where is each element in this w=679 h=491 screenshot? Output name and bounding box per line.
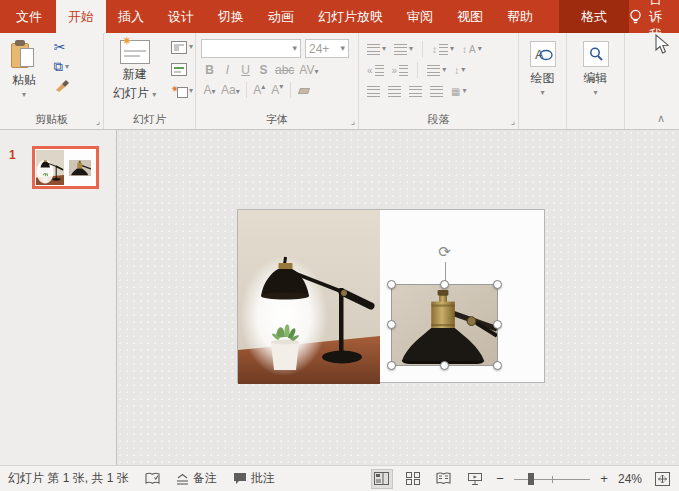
lamp-head-image xyxy=(392,285,497,365)
bullets-icon xyxy=(367,44,380,55)
tab-review[interactable]: 审阅 xyxy=(395,0,445,33)
selection-handle-top-right[interactable] xyxy=(493,280,502,289)
character-spacing-button[interactable]: AV▾ xyxy=(297,62,320,78)
slide-sorter-view-button[interactable] xyxy=(402,469,424,489)
align-right-button[interactable] xyxy=(407,81,424,101)
italic-button[interactable]: I xyxy=(219,62,236,78)
zoom-level[interactable]: 24% xyxy=(618,472,642,486)
desk-lamp-photo[interactable] xyxy=(238,210,380,384)
selection-handle-middle-right[interactable] xyxy=(493,320,502,329)
justify-button[interactable] xyxy=(428,81,445,101)
copy-icon: ⧉ xyxy=(54,59,63,75)
text-direction-button[interactable]: ↕A▾ xyxy=(460,39,484,59)
justify-icon xyxy=(430,86,443,97)
selection-handle-bottom-right[interactable] xyxy=(493,361,502,370)
paragraph-dialog-launcher[interactable]: ⌟ xyxy=(511,117,515,126)
strikethrough-button[interactable]: abc xyxy=(273,62,296,78)
selection-handle-top-middle[interactable] xyxy=(440,280,449,289)
slide-thumbnail-panel: 1 xyxy=(0,130,117,465)
notes-button[interactable]: 备注 xyxy=(176,470,217,487)
format-painter-brush-icon xyxy=(54,79,69,95)
drawing-button[interactable]: A 绘图 ▾ xyxy=(530,37,556,99)
increase-indent-button[interactable]: » xyxy=(390,60,411,80)
tab-help[interactable]: 帮助 xyxy=(495,0,545,33)
tab-picture-format[interactable]: 格式 xyxy=(559,0,629,33)
selected-picture[interactable]: ⟳ xyxy=(391,284,498,366)
paste-dropdown-caret[interactable]: ▾ xyxy=(22,91,26,99)
decrease-indent-icon xyxy=(375,65,384,76)
copy-button[interactable]: ⧉▾ xyxy=(52,57,71,77)
change-case-button[interactable]: Aa▾ xyxy=(219,82,242,98)
lightbulb-icon xyxy=(629,9,642,25)
font-size-caret[interactable]: ▾ xyxy=(340,44,345,53)
new-slide-button[interactable]: ✷ 新建 幻灯片 ▾ xyxy=(108,37,161,105)
bullets-button[interactable]: ▾ xyxy=(365,39,388,59)
tab-home[interactable]: 开始 xyxy=(56,0,106,33)
tab-view[interactable]: 视图 xyxy=(445,0,495,33)
font-dialog-launcher[interactable]: ⌟ xyxy=(351,117,355,126)
format-painter-button[interactable] xyxy=(52,77,71,97)
zoom-slider[interactable] xyxy=(514,472,590,486)
spellcheck-book-icon xyxy=(145,472,160,485)
line-spacing-button[interactable]: ↕▾ xyxy=(430,39,456,59)
eraser-icon xyxy=(298,88,310,94)
clipboard-group-label: 剪贴板 xyxy=(0,112,103,127)
clear-formatting-button[interactable] xyxy=(295,82,312,98)
zoom-out-button[interactable]: − xyxy=(495,471,505,486)
fit-to-window-button[interactable] xyxy=(651,469,673,489)
align-center-button[interactable] xyxy=(386,81,403,101)
slide[interactable]: ⟳ xyxy=(237,209,545,383)
selection-handle-bottom-left[interactable] xyxy=(387,361,396,370)
tab-animations[interactable]: 动画 xyxy=(256,0,306,33)
tab-file[interactable]: 文件 xyxy=(2,0,56,33)
mouse-cursor xyxy=(655,34,670,58)
paragraph-group-label: 段落 xyxy=(359,112,518,127)
bold-button[interactable]: B xyxy=(201,62,218,78)
slide-canvas[interactable]: ⟳ xyxy=(117,130,679,465)
reading-view-button[interactable] xyxy=(433,469,455,489)
slide-thumbnail[interactable] xyxy=(32,146,99,189)
rotation-handle-stem xyxy=(445,262,446,281)
decrease-indent-button[interactable]: « xyxy=(365,60,386,80)
slideshow-view-button[interactable] xyxy=(464,469,486,489)
tab-design[interactable]: 设计 xyxy=(156,0,206,33)
font-size-combo[interactable]: 24+▾ xyxy=(305,39,349,58)
ribbon-padding: ∧ xyxy=(625,33,679,129)
numbering-button[interactable]: ▾ xyxy=(392,39,415,59)
align-left-icon xyxy=(367,86,380,97)
font-name-caret[interactable]: ▾ xyxy=(292,44,297,53)
collapse-ribbon-button[interactable]: ∧ xyxy=(657,112,665,125)
editing-button[interactable]: 编辑 ▾ xyxy=(583,37,609,99)
font-color-button[interactable]: A▾ xyxy=(201,82,218,98)
zoom-in-button[interactable]: + xyxy=(599,471,609,486)
paste-clipboard-icon xyxy=(11,40,37,70)
reset-button[interactable] xyxy=(169,59,195,79)
shrink-font-button[interactable]: A▾ xyxy=(269,82,286,98)
zoom-slider-thumb[interactable] xyxy=(528,473,534,485)
columns-button[interactable]: ▾ xyxy=(425,60,448,80)
slide-counter: 幻灯片 第 1 张, 共 1 张 xyxy=(8,470,129,487)
grow-font-button[interactable]: A▴ xyxy=(251,82,268,98)
slides-group-label: 幻灯片 xyxy=(104,112,195,127)
selection-handle-top-left[interactable] xyxy=(387,280,396,289)
font-name-combo[interactable]: ▾ xyxy=(201,39,301,58)
align-text-button[interactable]: ↕▾ xyxy=(452,60,467,80)
text-shadow-button[interactable]: S xyxy=(255,62,272,78)
tab-insert[interactable]: 插入 xyxy=(106,0,156,33)
clipboard-dialog-launcher[interactable]: ⌟ xyxy=(96,117,100,126)
tab-transitions[interactable]: 切换 xyxy=(206,0,256,33)
comments-button[interactable]: 批注 xyxy=(233,470,275,487)
layout-button[interactable]: ▾ xyxy=(169,37,195,57)
smartart-convert-button[interactable]: ▦▾ xyxy=(449,81,468,101)
cut-button[interactable]: ✂ xyxy=(52,37,71,57)
paste-button[interactable]: 粘贴 ▾ xyxy=(6,37,42,102)
spellcheck-button[interactable] xyxy=(145,472,160,485)
selection-handle-middle-left[interactable] xyxy=(387,320,396,329)
rotation-handle[interactable]: ⟳ xyxy=(438,244,451,259)
align-left-button[interactable] xyxy=(365,81,382,101)
selection-handle-bottom-middle[interactable] xyxy=(440,361,449,370)
underline-button[interactable]: U xyxy=(237,62,254,78)
section-button[interactable]: ▾ xyxy=(169,81,195,101)
tab-slideshow[interactable]: 幻灯片放映 xyxy=(306,0,395,33)
normal-view-button[interactable] xyxy=(371,469,393,489)
